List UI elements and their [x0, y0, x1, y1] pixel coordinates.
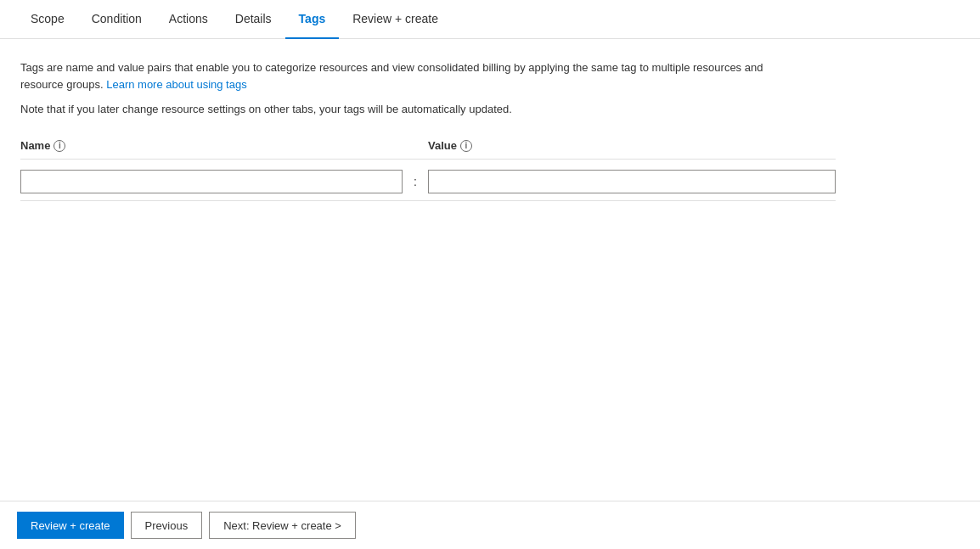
page-content: Tags are name and value pairs that enabl…	[0, 39, 980, 221]
next-button[interactable]: Next: Review + create >	[209, 512, 356, 539]
tag-input-row: :	[20, 166, 836, 201]
name-info-icon[interactable]: i	[54, 140, 65, 152]
tab-navigation: Scope Condition Actions Details Tags Rev…	[0, 0, 980, 39]
form-header-row: Name i Value i	[20, 139, 836, 160]
tab-condition[interactable]: Condition	[78, 0, 155, 39]
value-input-container	[428, 170, 836, 193]
name-input[interactable]	[20, 170, 403, 193]
note-text: Note that if you later change resource s…	[20, 103, 960, 115]
value-column-header: Value i	[428, 139, 836, 152]
main-content: Scope Condition Actions Details Tags Rev…	[0, 0, 980, 501]
review-create-button[interactable]: Review + create	[17, 512, 124, 539]
learn-more-link[interactable]: Learn more about using tags	[106, 78, 247, 91]
description-text: Tags are name and value pairs that enabl…	[20, 59, 785, 92]
previous-button[interactable]: Previous	[131, 512, 203, 539]
tab-actions[interactable]: Actions	[155, 0, 222, 39]
form-section: Name i Value i :	[20, 139, 836, 201]
footer: Review + create Previous Next: Review + …	[0, 501, 980, 549]
value-info-icon[interactable]: i	[460, 140, 472, 152]
tab-review-create[interactable]: Review + create	[339, 0, 452, 39]
value-input[interactable]	[428, 170, 836, 193]
tab-details[interactable]: Details	[222, 0, 285, 39]
name-column-header: Name i	[20, 139, 403, 152]
name-input-container	[20, 170, 403, 193]
tab-tags[interactable]: Tags	[285, 0, 340, 39]
colon-separator: :	[403, 175, 428, 188]
tab-scope[interactable]: Scope	[17, 0, 78, 39]
